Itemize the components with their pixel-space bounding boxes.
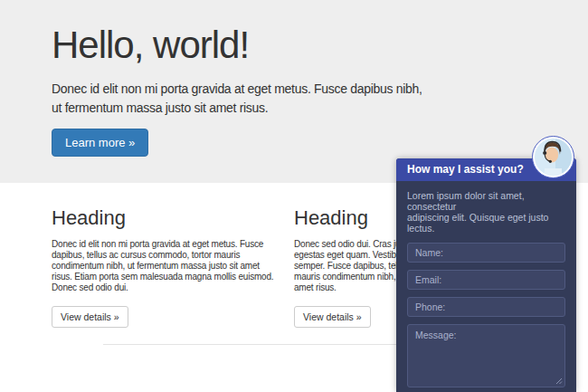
message-field[interactable] — [407, 324, 565, 387]
column-1: Heading Donec id elit non mi porta gravi… — [52, 206, 280, 328]
jumbotron: Hello, world! Donec id elit non mi porta… — [0, 0, 588, 183]
view-details-button-2[interactable]: View details » — [294, 306, 371, 328]
column-1-text: Donec id elit non mi porta gravida at eg… — [52, 239, 280, 293]
phone-field[interactable] — [407, 297, 565, 317]
column-1-heading: Heading — [52, 206, 280, 230]
jumbotron-subtitle: Donec id elit non mi porta gravida at eg… — [52, 80, 432, 118]
chat-widget-title: How may I assist you? — [407, 163, 524, 176]
email-field[interactable] — [407, 270, 565, 290]
chat-widget: How may I assist you? Lorem ipsum dolor … — [396, 158, 576, 392]
page-title: Hello, world! — [52, 24, 588, 67]
chat-intro: Lorem ipsum dolor sit amet, consectetur … — [407, 190, 565, 234]
support-agent-avatar-icon — [532, 136, 574, 178]
resize-handle-icon[interactable] — [555, 378, 563, 385]
chat-widget-body: Lorem ipsum dolor sit amet, consectetur … — [396, 181, 576, 392]
support-agent-avatar — [532, 136, 574, 178]
chat-intro-line-1: Lorem ipsum dolor sit amet, consectetur — [407, 190, 565, 212]
chat-intro-line-2: adipiscing elit. Quisque eget justo lect… — [407, 212, 565, 234]
name-field[interactable] — [407, 243, 565, 263]
learn-more-button[interactable]: Learn more » — [52, 129, 148, 157]
message-field-wrap — [407, 324, 565, 387]
view-details-button-1[interactable]: View details » — [52, 306, 128, 328]
